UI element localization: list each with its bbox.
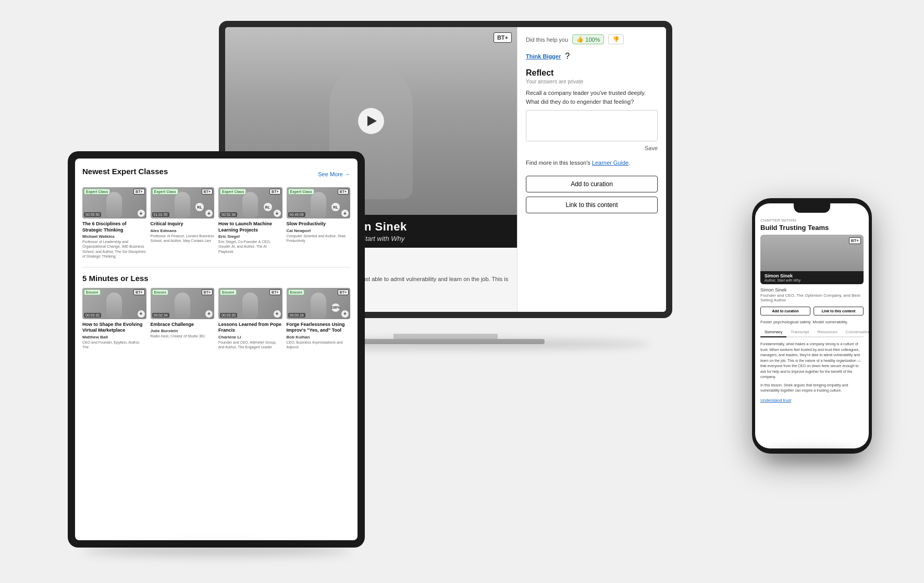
card-3: Expert Class 00:52:34 BT+ + RL How to La… [218, 187, 282, 259]
reflect-subtitle: Your answers are private [526, 79, 658, 84]
phone-add-curation-button[interactable]: Add to curation [760, 307, 810, 315]
think-bigger-link[interactable]: Think Bigger [526, 53, 561, 59]
sc1-bt-logo: BT+ [133, 289, 144, 295]
see-more-link[interactable]: See More → [318, 171, 350, 177]
phone-name-bar: Simon Sinek Author, Start with Why [760, 271, 864, 284]
card-1: Expert Class 00:55:50 BT+ + The 6 Discip… [82, 187, 146, 259]
reflect-title: Reflect [526, 68, 658, 78]
card-1-bt-logo: BT+ [133, 189, 144, 195]
reflect-textarea[interactable] [526, 110, 658, 141]
card-3-rl: RL [264, 203, 272, 211]
sc1-badge: Encore [84, 289, 101, 295]
card-1-add-btn[interactable]: + [138, 210, 145, 217]
phone-body-text2: In this lesson, Sinek argues that bringi… [760, 383, 864, 394]
phone-video-thumb[interactable]: BT+ Simon Sinek Author, Start with Why [760, 235, 864, 284]
short-card-4: Encore 00:03:18 BT+ + 100% Forge Fearles… [287, 288, 351, 350]
phone-tab-summary[interactable]: Summary [760, 327, 786, 337]
phone-tabs: Summary Transcript Resources Conversatio… [760, 327, 864, 337]
card-3-add-btn[interactable]: + [274, 210, 281, 217]
phone-action-buttons: Add to curation Link to this content [760, 307, 864, 315]
reflect-question: Recall a company leader you've trusted d… [526, 89, 658, 106]
sc3-author: Charlene Li [218, 335, 282, 339]
card-2: Expert Class 01:01:55 BT+ + RL Critical … [151, 187, 215, 259]
card-3-bt-logo: BT+ [269, 189, 280, 195]
card-2-thumb[interactable]: Expert Class 01:01:55 BT+ + RL [151, 187, 215, 218]
sc4-bt-logo: BT+ [338, 289, 349, 295]
newest-section-title: Newest Expert Classes [82, 167, 168, 176]
phone-understand-link[interactable]: Understand trust [760, 398, 864, 403]
card-3-author: Eric Siegel [218, 234, 282, 239]
sc1-desc: CEO and Founder, Epyllion, Author, The [82, 340, 146, 349]
sc2-badge: Encore [152, 289, 169, 295]
play-button[interactable] [358, 108, 384, 134]
phone-notch [794, 203, 830, 213]
phone-bt-logo: BT+ [849, 237, 861, 244]
phone-content: CHAPTER WITHIN Build Trusting Teams BT+ … [755, 203, 869, 448]
sc4-add-btn[interactable]: + [341, 310, 349, 318]
five-min-section-title: 5 Minutes or Less [82, 274, 350, 283]
phone-tab-conversation[interactable]: Conversation [842, 327, 869, 336]
card-1-title: The 6 Disciplines of Strategic Thinking [82, 221, 146, 233]
sc4-title: Forge Fearlessness Using Improv's "Yes, … [287, 322, 351, 334]
phone-body-text: Fundamentally, what makes a company stro… [760, 342, 864, 380]
thumbs-up-button[interactable]: 👍 100% [572, 34, 604, 44]
short-card-2-thumb[interactable]: Encore 00:02:34 BT+ + [151, 288, 215, 319]
card-4-author: Cal Newport [287, 228, 351, 233]
card-3-thumb[interactable]: Expert Class 00:52:34 BT+ + RL [218, 187, 282, 218]
thumbs-down-button[interactable]: 👎 [608, 34, 624, 44]
learner-guide-link[interactable]: Learner Guide [592, 160, 629, 166]
phone-speaker-name: Simon Sinek [765, 273, 859, 278]
card-1-thumb[interactable]: Expert Class 00:55:50 BT+ + [82, 187, 146, 218]
newest-cards-row: Expert Class 00:55:50 BT+ + The 6 Discip… [82, 187, 350, 259]
phone-author-name: Simon Sinek [760, 287, 864, 293]
reflect-save[interactable]: Save [526, 145, 658, 151]
sc1-author: Matthew Ball [82, 335, 146, 339]
phone-tab-resources[interactable]: Resources [814, 327, 842, 336]
sc2-time: 00:02:34 [152, 313, 169, 318]
card-4-thumb[interactable]: Expert Class 00:49:09 BT+ + RL [287, 187, 351, 218]
card-2-time: 01:01:55 [152, 212, 169, 217]
short-card-4-thumb[interactable]: Encore 00:03:18 BT+ + 100% [287, 288, 351, 319]
add-to-curation-button[interactable]: Add to curation [526, 176, 658, 192]
short-card-2: Encore 00:02:34 BT+ + Embrace Challenge … [151, 288, 215, 350]
sc2-add-btn[interactable]: + [205, 310, 213, 318]
sc1-add-btn[interactable]: + [138, 310, 145, 318]
reflect-section: Reflect Your answers are private Recall … [526, 68, 658, 151]
short-card-3-thumb[interactable]: Encore 00:03:33 BT+ + [218, 288, 282, 319]
card-3-time: 00:52:34 [220, 212, 237, 217]
learner-guide-text: Find more in this lesson's Learner Guide… [526, 159, 658, 167]
sc3-title: Lessons Learned from Pope Francis [218, 322, 282, 334]
card-2-add-btn[interactable]: + [205, 210, 213, 217]
sc1-time: 00:03:32 [84, 313, 101, 318]
card-3-title: How to Launch Machine Learning Projects [218, 221, 282, 233]
sc4-rl: 100% [331, 303, 340, 312]
sc3-bt-logo: BT+ [269, 289, 280, 295]
card-2-title: Critical Inquiry [151, 221, 215, 227]
tablet-content: Newest Expert Classes See More → Expert … [75, 159, 358, 366]
card-4-add-btn[interactable]: + [341, 210, 349, 217]
card-2-desc: Professor of Finance, London Business Sc… [151, 234, 215, 243]
phone-link-content-button[interactable]: Link to this content [814, 307, 864, 315]
think-bigger-row: Think Bigger ? [526, 52, 658, 61]
card-4-title: Slow Productivity [287, 221, 351, 227]
sc1-title: How to Shape the Evolving Virtual Market… [82, 322, 146, 334]
phone-tab-transcript[interactable]: Transcript [786, 327, 813, 336]
short-card-1-thumb[interactable]: Encore 00:03:32 BT+ + [82, 288, 146, 319]
short-card-1: Encore 00:03:32 BT+ + How to Shape the E… [82, 288, 146, 350]
card-2-badge: Expert Class [152, 189, 178, 195]
sc2-author: Julie Burstein [151, 329, 215, 333]
short-card-3: Encore 00:03:33 BT+ + Lessons Learned fr… [218, 288, 282, 350]
think-bigger-suffix: ? [565, 52, 570, 61]
tablet-device: Newest Expert Classes See More → Expert … [68, 151, 365, 548]
card-4-badge: Expert Class [288, 189, 314, 195]
short-cards-row: Encore 00:03:32 BT+ + How to Shape the E… [82, 288, 350, 350]
card-2-bt-logo: BT+ [202, 189, 213, 195]
card-1-badge: Expert Class [84, 189, 110, 195]
tablet-shadow [83, 545, 350, 555]
sc4-badge: Encore [288, 289, 305, 295]
link-to-content-button[interactable]: Link to this content [526, 197, 658, 213]
sc3-add-btn[interactable]: + [274, 310, 281, 318]
card-3-desc: Eric Siegel, Co-Founder & CEO, Gouder AI… [218, 239, 282, 253]
phone-device: CHAPTER WITHIN Build Trusting Teams BT+ … [752, 198, 872, 454]
card-2-author: Alex Edmans [151, 228, 215, 233]
